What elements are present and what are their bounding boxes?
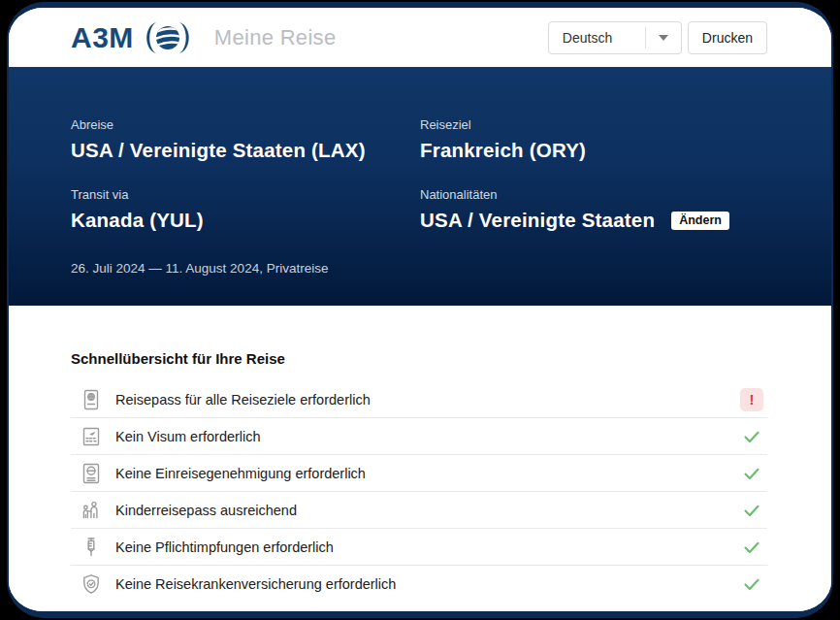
trip-summary: Abreise USA / Vereinigte Staaten (LAX) R… (9, 67, 831, 306)
status-ok (738, 427, 765, 446)
transit-label: Transit via (71, 187, 420, 202)
visa-document-icon (80, 425, 103, 448)
language-select-value: Deutsch (549, 30, 645, 46)
transit-block: Transit via Kanada (YUL) (71, 187, 420, 232)
departure-block: Abreise USA / Vereinigte Staaten (LAX) (71, 117, 420, 162)
language-select[interactable]: Deutsch (548, 21, 682, 54)
departure-value: USA / Vereinigte Staaten (LAX) (71, 139, 420, 162)
section-title: Schnellübersicht für Ihre Reise (71, 350, 767, 367)
status-ok (738, 574, 765, 594)
status-ok (738, 464, 765, 483)
list-item-passport: Reisepass für alle Reiseziele erforderli… (71, 381, 767, 418)
status-ok (738, 538, 765, 557)
destination-label: Reiseziel (420, 117, 767, 132)
list-item-insurance: Keine Reisekrankenversicherung erforderl… (71, 566, 767, 603)
overview-section: Schnellübersicht für Ihre Reise Reisepas… (9, 306, 831, 611)
nationalities-text: USA / Vereinigte Staaten (420, 209, 655, 231)
status-alert: ! (738, 388, 765, 411)
logo-text: A3M (71, 21, 134, 54)
insurance-shield-icon (80, 572, 103, 596)
nationalities-value: USA / Vereinigte StaatenÄndern (420, 209, 767, 232)
chevron-down-icon (646, 35, 681, 41)
overview-list: Reisepass für alle Reiseziele erforderli… (71, 381, 767, 603)
page-title: Meine Reise (214, 25, 337, 50)
trip-grid: Abreise USA / Vereinigte Staaten (LAX) R… (71, 117, 767, 232)
list-item-entry-permit: Keine Einreisegenehmigung erforderlich (71, 455, 767, 492)
logo: A3M (71, 18, 193, 57)
list-item-child-passport: Kinderreisepass ausreichend (71, 492, 767, 529)
status-ok (738, 501, 765, 520)
child-passport-icon (80, 499, 103, 522)
nationalities-block: Nationalitäten USA / Vereinigte StaatenÄ… (420, 187, 767, 232)
transit-value: Kanada (YUL) (71, 209, 420, 232)
list-item-visa: Kein Visum erforderlich (71, 418, 767, 455)
list-item-vaccination: Keine Pflichtimpfungen erforderlich (71, 529, 767, 566)
alert-icon: ! (740, 388, 763, 411)
change-button[interactable]: Ändern (671, 212, 729, 230)
header-controls: Deutsch Drucken (548, 21, 767, 54)
departure-label: Abreise (71, 117, 420, 132)
top-bar: A3M Meine Reise Deutsch (9, 8, 831, 67)
list-item-label: Kinderreisepass ausreichend (115, 503, 738, 518)
entry-permit-icon (80, 462, 103, 485)
destination-block: Reiseziel Frankreich (ORY) (420, 117, 767, 162)
print-button[interactable]: Drucken (688, 21, 767, 54)
list-item-label: Keine Pflichtimpfungen erforderlich (115, 539, 738, 555)
destination-value: Frankreich (ORY) (420, 139, 767, 162)
app-window: A3M Meine Reise Deutsch (7, 2, 833, 618)
check-icon (742, 427, 761, 446)
check-icon (742, 464, 761, 483)
nationalities-label: Nationalitäten (420, 187, 767, 202)
trip-dates: 26. Juli 2024 — 11. August 2024, Privatr… (71, 261, 767, 276)
list-item-label: Kein Visum erforderlich (115, 429, 738, 444)
check-icon (742, 574, 761, 594)
globe-icon (143, 18, 193, 57)
passport-icon (80, 388, 103, 411)
list-item-label: Keine Reisekrankenversicherung erforderl… (115, 576, 738, 592)
check-icon (742, 501, 761, 520)
vaccination-icon (80, 536, 103, 559)
list-item-label: Keine Einreisegenehmigung erforderlich (115, 466, 738, 481)
list-item-label: Reisepass für alle Reiseziele erforderli… (115, 392, 738, 408)
check-icon (742, 538, 761, 557)
